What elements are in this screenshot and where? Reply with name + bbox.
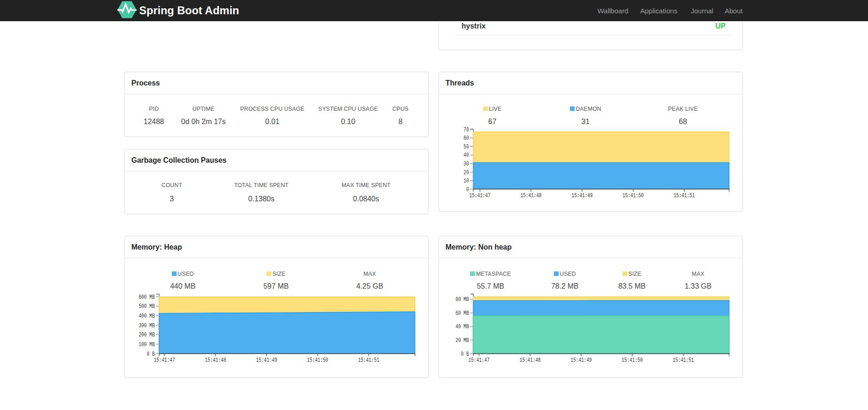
svg-text:100 MB: 100 MB (139, 342, 155, 348)
svg-text:600 MB: 600 MB (139, 294, 155, 301)
svg-text:10: 10 (463, 178, 469, 184)
svg-text:60 MB: 60 MB (456, 310, 469, 317)
svg-text:15:41:49: 15:41:49 (256, 357, 277, 364)
svg-text:15:41:47: 15:41:47 (154, 357, 175, 364)
svg-text:0: 0 (466, 187, 469, 193)
svg-text:15:41:47: 15:41:47 (468, 357, 490, 364)
svg-text:20: 20 (463, 170, 469, 176)
svg-text:15:41:48: 15:41:48 (520, 193, 541, 199)
svg-text:500 MB: 500 MB (139, 303, 155, 310)
svg-text:15:41:50: 15:41:50 (623, 193, 644, 199)
svg-text:15:41:49: 15:41:49 (571, 193, 592, 199)
svg-text:200 MB: 200 MB (139, 332, 155, 338)
svg-text:50: 50 (463, 144, 469, 150)
svg-text:15:41:47: 15:41:47 (469, 193, 490, 199)
svg-text:30: 30 (463, 161, 469, 167)
svg-text:15:41:51: 15:41:51 (358, 357, 379, 364)
svg-text:0 B: 0 B (147, 351, 155, 358)
svg-text:15:41:51: 15:41:51 (674, 193, 695, 199)
svg-text:15:41:50: 15:41:50 (307, 357, 328, 364)
svg-text:15:41:48: 15:41:48 (519, 357, 541, 364)
svg-text:20 MB: 20 MB (456, 337, 469, 344)
svg-text:40: 40 (463, 152, 469, 159)
svg-text:15:41:50: 15:41:50 (622, 357, 643, 364)
svg-text:80 MB: 80 MB (456, 296, 469, 303)
svg-text:60: 60 (463, 135, 469, 142)
svg-text:40 MB: 40 MB (456, 324, 469, 330)
svg-text:400 MB: 400 MB (139, 313, 155, 319)
svg-text:15:41:51: 15:41:51 (673, 357, 694, 364)
svg-text:15:41:48: 15:41:48 (205, 357, 226, 364)
svg-text:70: 70 (463, 127, 469, 133)
svg-text:300 MB: 300 MB (139, 323, 155, 329)
svg-text:0 B: 0 B (461, 351, 469, 358)
svg-text:15:41:49: 15:41:49 (570, 357, 592, 364)
